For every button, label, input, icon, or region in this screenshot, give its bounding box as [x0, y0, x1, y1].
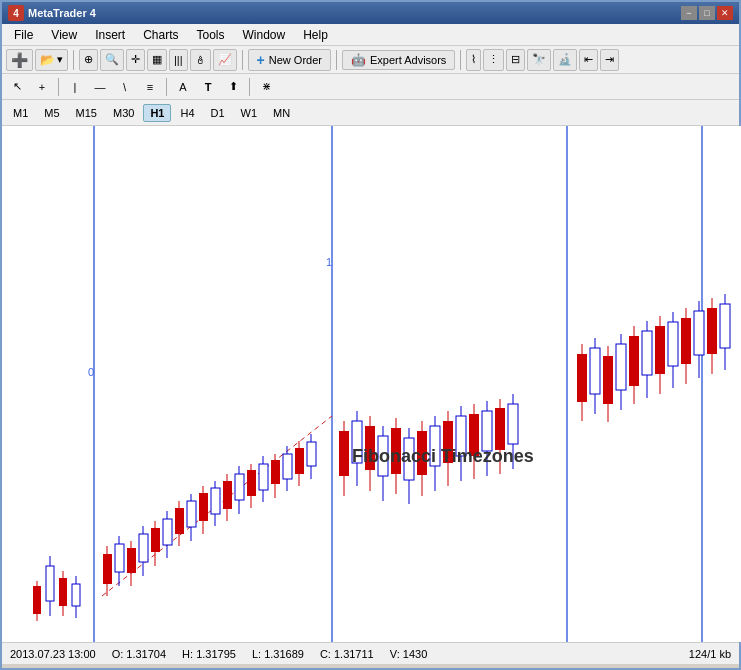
open-dropdown-icon: ▾ [57, 53, 63, 66]
svg-rect-51 [307, 442, 316, 466]
cursor-button[interactable]: ⊕ [79, 49, 98, 71]
svg-rect-81 [577, 354, 587, 402]
svg-rect-75 [482, 411, 492, 451]
menu-file[interactable]: File [6, 26, 41, 44]
open-icon: 📂 [40, 53, 55, 67]
template-button[interactable]: ⊟ [506, 49, 525, 71]
fibonacci-tool[interactable]: ⋇ [255, 77, 277, 97]
svg-rect-37 [223, 481, 232, 509]
candle-button[interactable]: 🕯 [190, 49, 211, 71]
chart-svg: 0 1 [2, 126, 741, 642]
status-close: C: 1.31711 [320, 648, 374, 660]
indicators-icon: ⌇ [471, 53, 476, 66]
menu-view[interactable]: View [43, 26, 85, 44]
tf-m5[interactable]: M5 [37, 104, 66, 122]
fib-icon: ⋇ [262, 80, 271, 93]
new-order-icon: + [257, 52, 265, 68]
svg-rect-9 [33, 586, 41, 614]
svg-rect-53 [339, 431, 349, 476]
fibonacci-label: Fibonacci Timezones [352, 446, 534, 467]
scroll-right-button[interactable]: ⇥ [600, 49, 619, 71]
tf-m1[interactable]: M1 [6, 104, 35, 122]
vline-icon: | [74, 81, 77, 93]
svg-rect-79 [508, 404, 518, 444]
svg-rect-13 [59, 578, 67, 606]
svg-rect-91 [642, 331, 652, 375]
svg-rect-35 [211, 488, 220, 514]
new-chart-button[interactable]: ➕ [6, 49, 33, 71]
close-button[interactable]: ✕ [717, 6, 733, 20]
vertical-line-tool[interactable]: | [64, 77, 86, 97]
separator-4 [460, 50, 461, 70]
scroll-left-button[interactable]: ⇤ [579, 49, 598, 71]
maximize-button[interactable]: □ [699, 6, 715, 20]
svg-rect-39 [235, 474, 244, 500]
menu-insert[interactable]: Insert [87, 26, 133, 44]
status-open: O: 1.31704 [112, 648, 166, 660]
horizontal-line-tool[interactable]: — [89, 77, 111, 97]
status-info: 124/1 kb [689, 648, 731, 660]
menu-tools[interactable]: Tools [189, 26, 233, 44]
line-chart-button[interactable]: 📈 [213, 49, 237, 71]
bar-chart-icon: ||| [174, 54, 183, 66]
drawing-toolbar: ↖ + | — / ≡ A T ⬆ ⋇ [2, 74, 739, 100]
crosshair-tool[interactable]: + [31, 77, 53, 97]
svg-rect-95 [668, 322, 678, 366]
scroll-left-icon: ⇤ [584, 53, 593, 66]
expert-label: Expert Advisors [370, 54, 446, 66]
svg-rect-83 [590, 348, 600, 394]
tf-m30[interactable]: M30 [106, 104, 141, 122]
bar-chart-button[interactable]: ||| [169, 49, 188, 71]
scroll-right-icon: ⇥ [605, 53, 614, 66]
tf-mn[interactable]: MN [266, 104, 297, 122]
arrow-tool[interactable]: ↖ [6, 77, 28, 97]
text-tool[interactable]: A [172, 77, 194, 97]
arrow-mark-tool[interactable]: ⬆ [222, 77, 244, 97]
svg-rect-23 [139, 534, 148, 562]
hline-icon: — [95, 81, 106, 93]
tf-h1[interactable]: H1 [143, 104, 171, 122]
separator-2 [242, 50, 243, 70]
svg-rect-33 [199, 493, 208, 521]
draw-sep-3 [249, 78, 250, 96]
timeframe-toolbar: M1 M5 M15 M30 H1 H4 D1 W1 MN [2, 100, 739, 126]
indicators-button[interactable]: ⌇ [466, 49, 481, 71]
menu-help[interactable]: Help [295, 26, 336, 44]
trendline-tool[interactable]: / [114, 77, 136, 97]
chart-area[interactable]: 0 1 [2, 126, 741, 642]
crosshair-draw-icon: + [39, 81, 45, 93]
zoom-out-chart-button[interactable]: 🔭 [527, 49, 551, 71]
label-tool[interactable]: T [197, 77, 219, 97]
crosshair-button[interactable]: ✛ [126, 49, 145, 71]
cursor-icon: ⊕ [84, 53, 93, 66]
svg-rect-99 [694, 311, 704, 355]
svg-rect-49 [295, 448, 304, 474]
new-chart-icon: ➕ [11, 52, 28, 68]
tf-h4[interactable]: H4 [173, 104, 201, 122]
separator-3 [336, 50, 337, 70]
new-order-button[interactable]: + New Order [248, 49, 331, 71]
expert-advisors-button[interactable]: 🤖 Expert Advisors [342, 50, 455, 70]
svg-rect-87 [616, 344, 626, 390]
svg-rect-93 [655, 326, 665, 374]
svg-rect-101 [707, 308, 717, 354]
tf-m15[interactable]: M15 [69, 104, 104, 122]
zoom-in-button[interactable]: 🔍 [100, 49, 124, 71]
status-volume: V: 1430 [390, 648, 428, 660]
menu-charts[interactable]: Charts [135, 26, 186, 44]
channel-tool[interactable]: ≡ [139, 77, 161, 97]
arrow-mark-icon: ⬆ [229, 80, 238, 93]
svg-rect-27 [163, 519, 172, 545]
main-toolbar: ➕ 📂 ▾ ⊕ 🔍 ✛ ▦ ||| 🕯 📈 + [2, 46, 739, 74]
open-button[interactable]: 📂 ▾ [35, 49, 68, 71]
zoom-in-chart-button[interactable]: 🔬 [553, 49, 577, 71]
period-sep-button[interactable]: ⋮ [483, 49, 504, 71]
chart-type-button[interactable]: ▦ [147, 49, 167, 71]
minimize-button[interactable]: − [681, 6, 697, 20]
zoom-in-icon: 🔍 [105, 53, 119, 66]
svg-rect-41 [247, 470, 256, 496]
svg-rect-29 [175, 508, 184, 534]
menu-window[interactable]: Window [235, 26, 294, 44]
tf-d1[interactable]: D1 [204, 104, 232, 122]
tf-w1[interactable]: W1 [234, 104, 265, 122]
